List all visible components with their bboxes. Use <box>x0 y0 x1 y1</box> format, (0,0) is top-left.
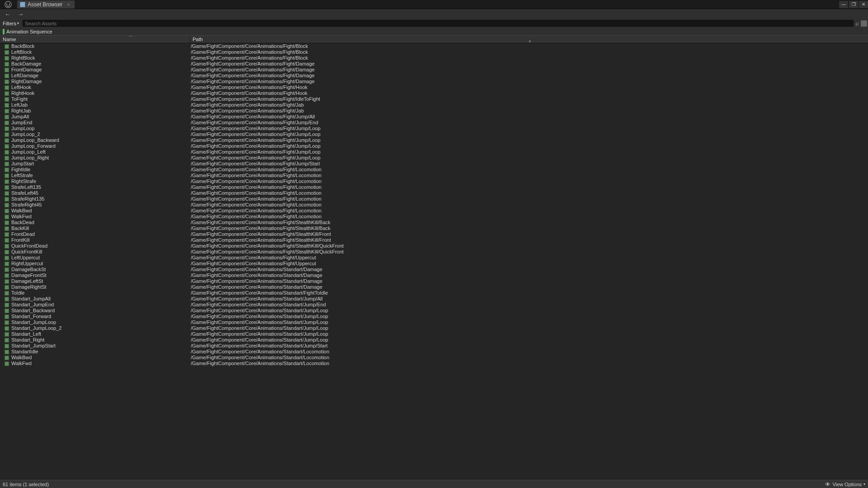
filters-button[interactable]: Filters ▾ <box>0 21 22 26</box>
user-icon[interactable] <box>861 20 867 27</box>
search-field-wrap[interactable] <box>23 20 854 27</box>
search-icon[interactable]: ⌕ <box>854 20 860 27</box>
window-close-button[interactable]: ✕ <box>859 1 868 8</box>
asset-path: /Game/FightComponent/Core/Animations/Fig… <box>190 149 868 155</box>
asset-name: RightBlock <box>11 55 35 61</box>
table-row[interactable]: JumpLoop/Game/FightComponent/Core/Animat… <box>0 126 868 131</box>
table-row[interactable]: RightBlock/Game/FightComponent/Core/Anim… <box>0 55 868 61</box>
table-row[interactable]: StandartIdle/Game/FightComponent/Core/An… <box>0 349 868 355</box>
table-row[interactable]: JumpEnd/Game/FightComponent/Core/Animati… <box>0 120 868 126</box>
window-maximize-button[interactable]: ❐ <box>849 1 858 8</box>
nav-back-button[interactable]: ← <box>3 11 12 18</box>
filter-row: Filters ▾ ⌕ <box>0 19 868 28</box>
animation-asset-icon <box>5 226 9 231</box>
asset-name: ToIdle <box>11 290 24 296</box>
table-row[interactable]: JumpLoop_Forward/Game/FightComponent/Cor… <box>0 143 868 149</box>
app-logo <box>0 0 16 9</box>
table-row[interactable]: RightDamage/Game/FightComponent/Core/Ani… <box>0 79 868 84</box>
animation-asset-icon <box>5 138 9 143</box>
table-row[interactable]: FightIdle/Game/FightComponent/Core/Anima… <box>0 167 868 173</box>
animation-asset-icon <box>5 250 9 254</box>
table-row[interactable]: FrontDamage/Game/FightComponent/Core/Ani… <box>0 67 868 73</box>
asset-path: /Game/FightComponent/Core/Animations/Fig… <box>190 43 868 49</box>
table-row[interactable]: BackKill/Game/FightComponent/Core/Animat… <box>0 225 868 231</box>
table-row[interactable]: ToIdle/Game/FightComponent/Core/Animatio… <box>0 290 868 296</box>
table-row[interactable]: FrontDead/Game/FightComponent/Core/Anima… <box>0 231 868 237</box>
animation-asset-icon <box>5 356 9 360</box>
table-row[interactable]: JumpStart/Game/FightComponent/Core/Anima… <box>0 161 868 167</box>
asset-name: DamageRightSt <box>11 284 47 290</box>
column-header-name[interactable]: Name ˄˄ <box>0 36 190 43</box>
asset-path: /Game/FightComponent/Core/Animations/Fig… <box>190 137 868 143</box>
table-body[interactable]: BackBlock/Game/FightComponent/Core/Anima… <box>0 43 868 480</box>
table-row[interactable]: LeftBlock/Game/FightComponent/Core/Anima… <box>0 49 868 55</box>
table-row[interactable]: StrafeRight45/Game/FightComponent/Core/A… <box>0 202 868 208</box>
table-row[interactable]: WalkBwd/Game/FightComponent/Core/Animati… <box>0 355 868 361</box>
animation-asset-icon <box>5 50 9 55</box>
table-row[interactable]: RightUppercut/Game/FightComponent/Core/A… <box>0 261 868 267</box>
table-row[interactable]: Standart_JumpEnd/Game/FightComponent/Cor… <box>0 302 868 308</box>
table-row[interactable]: LeftStrafe/Game/FightComponent/Core/Anim… <box>0 173 868 178</box>
window-minimize-button[interactable]: — <box>839 1 848 8</box>
table-row[interactable]: RightHook/Game/FightComponent/Core/Anima… <box>0 90 868 96</box>
table-row[interactable]: Standart_JumpAll/Game/FightComponent/Cor… <box>0 296 868 302</box>
table-row[interactable]: RightJab/Game/FightComponent/Core/Animat… <box>0 108 868 114</box>
table-row[interactable]: DamageBackSt/Game/FightComponent/Core/An… <box>0 267 868 272</box>
table-row[interactable]: DamageLeftSt/Game/FightComponent/Core/An… <box>0 278 868 284</box>
navbar: ← → <box>0 9 868 19</box>
table-row[interactable]: DamageFrontSt/Game/FightComponent/Core/A… <box>0 272 868 278</box>
table-row[interactable]: QuickFrontDead/Game/FightComponent/Core/… <box>0 243 868 249</box>
table-row[interactable]: QuickFrontKill/Game/FightComponent/Core/… <box>0 249 868 255</box>
table-row[interactable]: StrafeLeft135/Game/FightComponent/Core/A… <box>0 184 868 190</box>
animation-asset-icon <box>5 309 9 313</box>
table-row[interactable]: Standart_Forward/Game/FightComponent/Cor… <box>0 314 868 319</box>
asset-path: /Game/FightComponent/Core/Animations/Fig… <box>190 90 868 96</box>
table-row[interactable]: JumpLoop_2/Game/FightComponent/Core/Anim… <box>0 131 868 137</box>
animation-asset-icon <box>5 361 9 366</box>
table-row[interactable]: RightStrafe/Game/FightComponent/Core/Ani… <box>0 178 868 184</box>
table-row[interactable]: JumpLoop_Left/Game/FightComponent/Core/A… <box>0 149 868 155</box>
table-row[interactable]: JumpAll/Game/FightComponent/Core/Animati… <box>0 114 868 120</box>
animation-asset-icon <box>5 256 9 260</box>
table-row[interactable]: LeftDamage/Game/FightComponent/Core/Anim… <box>0 73 868 79</box>
table-row[interactable]: Standart_JumpStart/Game/FightComponent/C… <box>0 343 868 349</box>
table-row[interactable]: StrafeRight135/Game/FightComponent/Core/… <box>0 196 868 202</box>
tab-close-button[interactable]: × <box>67 2 70 7</box>
asset-name: BackBlock <box>11 43 34 49</box>
table-row[interactable]: Standart_Right/Game/FightComponent/Core/… <box>0 337 868 343</box>
nav-forward-button[interactable]: → <box>16 11 25 18</box>
filter-chip-label[interactable]: Animation Sequence <box>6 29 52 34</box>
table-row[interactable]: BackDead/Game/FightComponent/Core/Animat… <box>0 220 868 225</box>
asset-name: BackDamage <box>11 61 41 67</box>
table-row[interactable]: WalkBwd/Game/FightComponent/Core/Animati… <box>0 208 868 214</box>
table-row[interactable]: LeftHook/Game/FightComponent/Core/Animat… <box>0 84 868 90</box>
table-row[interactable]: BackBlock/Game/FightComponent/Core/Anima… <box>0 43 868 49</box>
tab-label: Asset Browser <box>28 1 62 8</box>
asset-path: /Game/FightComponent/Core/Animations/Fig… <box>190 120 868 126</box>
tab-asset-browser[interactable]: Asset Browser × <box>17 0 75 9</box>
table-row[interactable]: WalkFwd/Game/FightComponent/Core/Animati… <box>0 361 868 366</box>
view-options-button[interactable]: 👁 View Options ▾ <box>825 481 865 488</box>
asset-path: /Game/FightComponent/Core/Animations/Fig… <box>190 167 868 173</box>
table-row[interactable]: Standart_Backward/Game/FightComponent/Co… <box>0 308 868 314</box>
table-row[interactable]: LeftUppercut/Game/FightComponent/Core/An… <box>0 255 868 261</box>
table-row[interactable]: JumpLoop_Backward/Game/FightComponent/Co… <box>0 137 868 143</box>
table-row[interactable]: DamageRightSt/Game/FightComponent/Core/A… <box>0 284 868 290</box>
table-row[interactable]: Standart_JumpLoop_2/Game/FightComponent/… <box>0 325 868 331</box>
table-row[interactable]: LeftJab/Game/FightComponent/Core/Animati… <box>0 102 868 108</box>
table-row[interactable]: ToFight/Game/FightComponent/Core/Animati… <box>0 96 868 102</box>
column-header-path[interactable]: Path ▾ <box>190 36 868 43</box>
table-row[interactable]: Standart_Left/Game/FightComponent/Core/A… <box>0 331 868 337</box>
table-row[interactable]: BackDamage/Game/FightComponent/Core/Anim… <box>0 61 868 67</box>
asset-name: JumpLoop_Right <box>11 155 49 161</box>
table-row[interactable]: JumpLoop_Right/Game/FightComponent/Core/… <box>0 155 868 161</box>
search-input[interactable] <box>23 21 853 26</box>
table-row[interactable]: Standart_JumpLoop/Game/FightComponent/Co… <box>0 319 868 325</box>
table-row[interactable]: WalkFwd/Game/FightComponent/Core/Animati… <box>0 214 868 220</box>
asset-path: /Game/FightComponent/Core/Animations/Sta… <box>190 278 868 284</box>
animation-asset-icon <box>5 344 9 348</box>
table-row[interactable]: StrafeLeft45/Game/FightComponent/Core/An… <box>0 190 868 196</box>
table-row[interactable]: FrontKill/Game/FightComponent/Core/Anima… <box>0 237 868 243</box>
svg-point-0 <box>5 1 11 8</box>
asset-path: /Game/FightComponent/Core/Animations/Fig… <box>190 143 868 149</box>
